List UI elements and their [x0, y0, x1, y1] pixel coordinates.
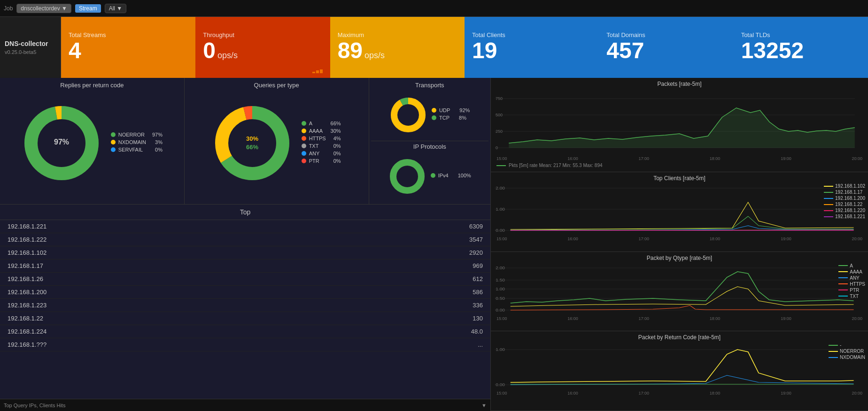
row-ip: 192.168.1.224	[8, 328, 46, 335]
table-row: 192.168.1.22448.0	[0, 325, 490, 338]
row-count: 48.0	[471, 328, 483, 335]
qtype-svg: 2.00 1.50 1.00 0.50 0.00	[495, 263, 864, 315]
dns-version: v0.25.0-beta5	[5, 49, 56, 55]
legend-item: 192.168.1.220	[824, 208, 865, 213]
job-selector[interactable]: dnscollectordev ▼	[16, 4, 71, 13]
row-count: 586	[473, 289, 483, 296]
job-label: Job	[4, 5, 13, 12]
svg-text:0.00: 0.00	[496, 228, 505, 233]
table-row: 192.168.1.???...	[0, 338, 490, 351]
qtype-legend: AAAAAANYHTTPSPTRTXT	[838, 263, 865, 300]
row-count: 6309	[469, 223, 483, 230]
replies-chart-title: Replies per return code	[4, 82, 180, 89]
qtype-title: Packet by Qtype [rate-5m]	[495, 255, 864, 261]
rcode-svg: 1.00 0.00	[495, 342, 864, 389]
stream-filter[interactable]: All ▼	[105, 4, 127, 13]
legend-item: PTR	[838, 288, 865, 293]
svg-text:750: 750	[496, 96, 503, 101]
rcode-x-axis: 15:0016:0017:0018:0019:0020:00	[495, 391, 864, 396]
table-row: 192.168.1.26612	[0, 273, 490, 286]
svg-text:66%: 66%	[246, 144, 258, 151]
row-count: 130	[473, 315, 483, 322]
table-row: 192.168.1.200586	[0, 286, 490, 299]
queries-chart-section: Queries per type 30% 66% A66% AA	[185, 78, 369, 204]
legend-item: A	[838, 263, 865, 268]
svg-text:30%: 30%	[246, 135, 258, 142]
top-clients-x-axis: 15:0016:0017:0018:0019:0020:00	[495, 236, 864, 241]
svg-text:97%: 97%	[54, 138, 69, 146]
legend-item: HTTPS	[838, 282, 865, 287]
replies-chart-section: Replies per return code 97% NOERROR97% N…	[0, 78, 185, 204]
svg-text:2.00: 2.00	[496, 265, 505, 270]
row-ip: 192.168.1.???	[8, 341, 46, 348]
bottom-label-text: Top Query IPs, Clients Hits	[4, 403, 65, 408]
table-row: 192.168.1.2223547	[0, 233, 490, 246]
stat-total-clients: Total Clients 19	[465, 17, 599, 78]
transport-ip-section: Transports UDP92% TCP8%	[369, 78, 491, 204]
packets-stats: Pkts [5m] rate Mean: 217 Min: 55.3 Max: …	[495, 162, 864, 169]
ip-protocols-donut	[388, 158, 426, 195]
table-row: 192.168.1.2216309	[0, 220, 490, 233]
left-panel: Replies per return code 97% NOERROR97% N…	[0, 78, 491, 411]
packets-chart-title: Packets [rate-5m]	[495, 81, 864, 87]
pkts-legend-color	[496, 165, 506, 166]
svg-text:0.00: 0.00	[496, 382, 505, 387]
stat-total-domains: Total Domains 457	[599, 17, 733, 78]
svg-rect-0	[312, 72, 315, 73]
replies-donut-svg: 97%	[22, 103, 101, 183]
row-ip: 192.168.1.17	[8, 262, 43, 269]
svg-text:2.00: 2.00	[496, 186, 505, 190]
svg-text:1.00: 1.00	[496, 286, 505, 291]
top-clients-legend: 192.168.1.102192.168.1.17192.168.1.20019…	[824, 183, 865, 220]
legend-item: 192.168.1.200	[824, 196, 865, 201]
legend-item: TXT	[838, 294, 865, 299]
transports-section: Transports UDP92% TCP8%	[371, 80, 489, 141]
queries-chart-title: Queries per type	[188, 82, 365, 89]
right-panel: Packets [rate-5m] 750 500 250 0 15:0016:…	[491, 78, 868, 411]
row-ip: 192.168.1.22	[8, 315, 43, 322]
stat-throughput: Throughput 0 ops/s	[195, 17, 330, 78]
packets-x-axis: 15:0016:0017:0018:0019:0020:00	[495, 156, 864, 161]
svg-text:1.00: 1.00	[496, 347, 505, 352]
svg-text:0.50: 0.50	[496, 296, 505, 300]
rcode-legend: -NOERRORNXDOMAIN	[829, 342, 865, 361]
top-clients-chart-section: Top Clients [rate-5m] 192.168.1.102192.1…	[491, 172, 868, 252]
chevron-down-icon: ▼	[481, 403, 487, 408]
charts-top: Replies per return code 97% NOERROR97% N…	[0, 78, 490, 205]
bottom-label: Top Query IPs, Clients Hits ▼	[0, 399, 490, 411]
top-section: Top 192.168.1.2216309192.168.1.222354719…	[0, 205, 490, 399]
legend-item: AAAA	[838, 269, 865, 274]
stat-total-tlds: Total TLDs 13252	[734, 17, 868, 78]
svg-text:0: 0	[496, 145, 498, 150]
ip-protocols-legend: IPv4100%	[431, 173, 471, 180]
row-ip: 192.168.1.223	[8, 302, 46, 309]
rcode-title: Packet by Return Code [rate-5m]	[495, 334, 864, 341]
top-bar: Job dnscollectordev ▼ Stream All ▼	[0, 0, 868, 17]
table-row: 192.168.1.223336	[0, 299, 490, 312]
rcode-chart-section: Packet by Return Code [rate-5m] -NOERROR…	[491, 331, 868, 411]
row-ip: 192.168.1.26	[8, 275, 43, 282]
transports-donut	[389, 96, 427, 134]
row-count: 2920	[469, 249, 483, 256]
svg-rect-2	[320, 69, 323, 73]
row-ip: 192.168.1.221	[8, 223, 46, 230]
queries-donut-container: 30% 66% A66% AAAA30% HTTPS4% TXT0% ANY0%…	[188, 91, 365, 195]
ip-protocols-section: IP Protocols IPv4100%	[371, 141, 489, 202]
top-title: Top	[0, 205, 490, 220]
legend-item: -	[829, 342, 865, 348]
legend-item: NOERROR	[829, 349, 865, 354]
legend-item: 192.168.1.22	[824, 202, 865, 207]
table-row: 192.168.1.1022920	[0, 246, 490, 259]
row-ip: 192.168.1.200	[8, 289, 46, 296]
packets-chart-section: Packets [rate-5m] 750 500 250 0 15:0016:…	[491, 78, 868, 172]
row-count: 336	[473, 302, 483, 309]
replies-legend: NOERROR97% NXDOMAIN3% SERVFAIL0%	[111, 132, 163, 154]
dns-info: DNS-collector v0.25.0-beta5	[0, 17, 61, 78]
legend-item: 192.168.1.221	[824, 214, 865, 219]
queries-donut-svg: 30% 66%	[212, 103, 292, 183]
row-count: 3547	[469, 236, 483, 243]
svg-text:1.50: 1.50	[496, 277, 505, 282]
queries-legend: A66% AAAA30% HTTPS4% TXT0% ANY0% PTR0%	[302, 121, 341, 166]
svg-point-17	[393, 162, 421, 190]
main-content: Replies per return code 97% NOERROR97% N…	[0, 78, 868, 411]
